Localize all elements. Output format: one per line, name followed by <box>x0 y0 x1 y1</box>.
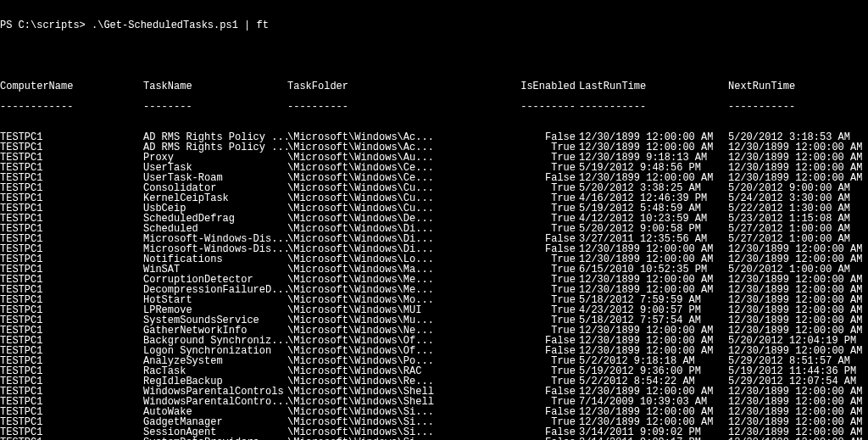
hdr-isenabled: IsEnabled <box>520 81 576 92</box>
table-header: ComputerNameTaskNameTaskFolderIsEnabledL… <box>0 81 865 92</box>
hdr-taskfolder: TaskFolder <box>287 81 520 92</box>
hdr-nextruntime: NextRunTime <box>716 81 865 92</box>
hdr-computername: ComputerName <box>0 81 143 92</box>
table-body: TESTPC1AD RMS Rights Policy ...\Microsof… <box>0 132 865 440</box>
hdr-lastruntime: LastRunTime <box>576 81 716 92</box>
table-header-sep: ----------------------------------------… <box>0 102 865 112</box>
hdr-taskname: TaskName <box>143 81 287 92</box>
terminal-output: PS C:\scripts> .\Get-ScheduledTasks.ps1 … <box>0 0 868 440</box>
command-line: PS C:\scripts> .\Get-ScheduledTasks.ps1 … <box>0 20 865 31</box>
